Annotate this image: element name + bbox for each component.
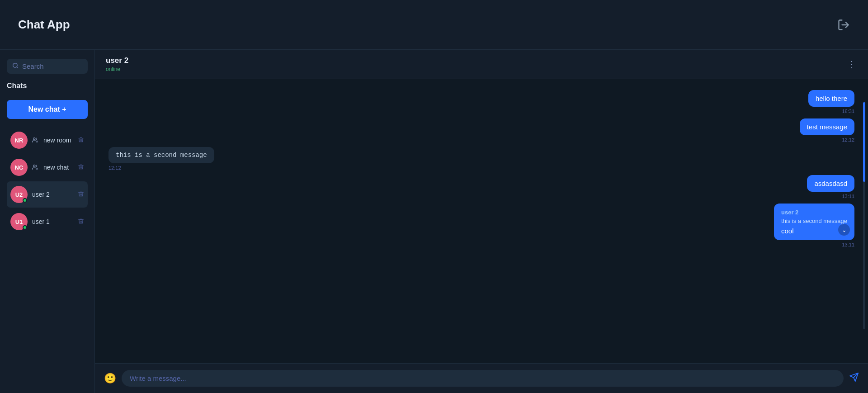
delete-icon-new-chat[interactable] (78, 164, 84, 171)
chat-name-user-1: user 1 (32, 218, 73, 225)
scrollbar-track[interactable] (863, 102, 865, 329)
search-input[interactable] (22, 62, 82, 70)
chat-header: user 2 online ⋮ (95, 50, 868, 79)
message-row-1: hello there 16:31 (108, 90, 854, 114)
message-time-5: 13:11 (842, 242, 854, 247)
svg-point-4 (33, 165, 35, 166)
chat-header-status: online (106, 66, 128, 72)
message-row-3: this is a second message 12:12 (108, 147, 854, 170)
more-options-icon[interactable]: ⋮ (847, 59, 857, 70)
sidebar-item-new-chat[interactable]: NC new chat (7, 154, 88, 180)
group-icon-new-room (32, 137, 38, 144)
sidebar-item-new-room[interactable]: NR new room (7, 127, 88, 153)
send-button[interactable] (849, 372, 859, 385)
svg-point-3 (33, 137, 35, 139)
chat-header-name: user 2 (106, 56, 128, 65)
search-icon (12, 62, 19, 70)
chat-list: NR new room NC (7, 127, 88, 384)
avatar-user-1: U1 (10, 213, 28, 230)
message-time-1: 16:31 (842, 109, 854, 114)
delete-icon-user-1[interactable] (78, 218, 84, 226)
reply-bubble-author: user 2 (781, 209, 847, 216)
sidebar-item-user-2[interactable]: U2 user 2 (7, 181, 88, 208)
message-time-2: 12:12 (842, 137, 854, 142)
reply-bubble-main-text: cool (781, 227, 847, 235)
scrollbar-thumb[interactable] (863, 102, 865, 182)
online-indicator-user-1 (23, 225, 27, 230)
sidebar: Chats New chat + NR new room (0, 50, 95, 393)
chat-name-new-room: new room (43, 137, 73, 144)
delete-icon-user-2[interactable] (78, 191, 84, 199)
chat-name-new-chat: new chat (43, 164, 73, 171)
message-bubble-2: test message (800, 118, 854, 135)
emoji-button[interactable]: 🙂 (104, 373, 116, 384)
message-row-4: asdasdasd 13:11 (108, 175, 854, 199)
message-bubble-3: this is a second message (108, 147, 214, 163)
chat-name-user-2: user 2 (32, 191, 73, 198)
message-input-bar: 🙂 (95, 363, 868, 393)
chat-header-info: user 2 online (106, 56, 128, 72)
avatar-user-2: U2 (10, 186, 28, 203)
sidebar-item-user-1[interactable]: U1 user 1 (7, 208, 88, 235)
message-row-5: user 2 this is a second message cool ⌄ 1… (108, 204, 854, 247)
message-input[interactable] (122, 370, 844, 387)
logout-icon[interactable] (837, 19, 850, 31)
avatar-new-chat: NC (10, 159, 28, 176)
message-bubble-4: asdasdasd (807, 175, 854, 192)
avatar-new-room: NR (10, 132, 28, 149)
message-row-2: test message 12:12 (108, 118, 854, 142)
messages-area: hello there 16:31 test message 12:12 thi… (95, 79, 868, 363)
delete-icon-new-room[interactable] (78, 137, 84, 144)
message-time-3: 12:12 (108, 165, 121, 170)
chats-label: Chats (7, 82, 88, 90)
reply-chevron-icon[interactable]: ⌄ (838, 224, 850, 236)
new-chat-button[interactable]: New chat + (7, 100, 88, 119)
reply-bubble-quote: this is a second message (781, 218, 847, 224)
search-box[interactable] (7, 59, 88, 74)
top-bar: Chat App (0, 0, 868, 50)
svg-line-2 (17, 67, 18, 68)
reply-bubble-5: user 2 this is a second message cool ⌄ (774, 204, 854, 240)
app-title: Chat App (18, 18, 70, 32)
online-indicator-user-2 (23, 198, 27, 203)
message-time-4: 13:11 (842, 194, 854, 199)
main-layout: Chats New chat + NR new room (0, 50, 868, 393)
message-bubble-1: hello there (808, 90, 854, 107)
group-icon-new-chat (32, 164, 38, 171)
chat-panel: user 2 online ⋮ hello there 16:31 test m… (95, 50, 868, 393)
